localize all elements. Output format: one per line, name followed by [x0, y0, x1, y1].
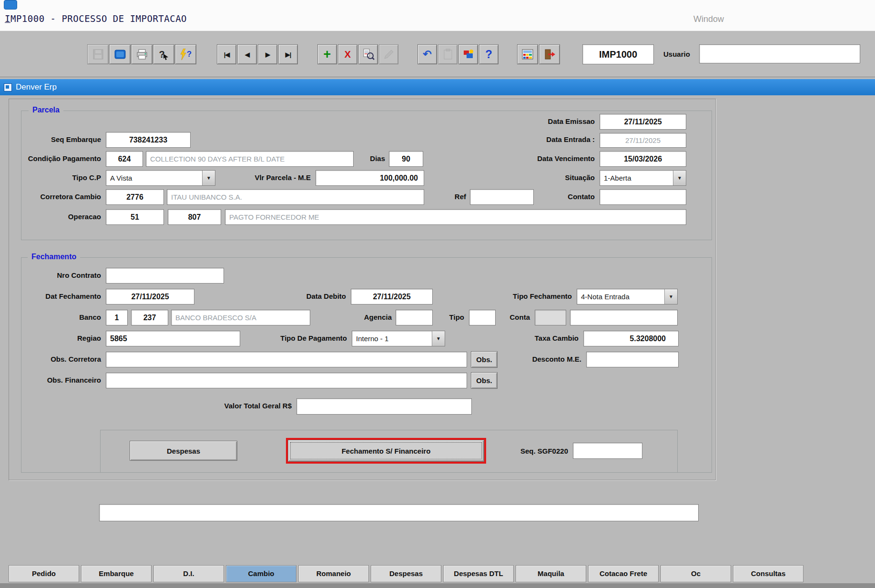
- query-button[interactable]: [358, 44, 378, 64]
- delete-record-button[interactable]: X: [338, 44, 357, 64]
- tipo-fechamento-select[interactable]: 4-Nota Entrada ▼: [577, 289, 678, 304]
- tab-romaneio[interactable]: Romaneio: [298, 565, 369, 582]
- corretora-cambio-label: Corretora Cambio: [12, 193, 101, 201]
- dias-field[interactable]: [389, 151, 423, 167]
- pencil-icon: [383, 48, 395, 61]
- obs-financeiro-button[interactable]: Obs.: [471, 372, 498, 389]
- condicao-pagamento-desc-field: [146, 151, 354, 167]
- obs-corretora-button[interactable]: Obs.: [471, 351, 498, 368]
- tipo-cp-select[interactable]: A Vista ▼: [106, 170, 215, 186]
- data-vencimento-field[interactable]: [600, 151, 686, 167]
- chevron-down-icon[interactable]: ▼: [664, 289, 677, 304]
- desconto-me-label: Desconto M.E.: [514, 355, 581, 363]
- tipo-label: Tipo: [438, 313, 464, 321]
- nro-contrato-field[interactable]: [106, 268, 224, 284]
- tab-consultas[interactable]: Consultas: [733, 565, 804, 582]
- help-button[interactable]: ?: [479, 44, 499, 64]
- save-button[interactable]: [87, 44, 109, 64]
- tab-pedido[interactable]: Pedido: [9, 565, 79, 582]
- help-pointer-button[interactable]: ?: [153, 44, 174, 64]
- banco-code1-field[interactable]: [106, 310, 128, 325]
- data-emissao-label: Data Emissao: [500, 117, 595, 125]
- nav-prev-button[interactable]: ◀: [237, 44, 257, 64]
- nav-first-button[interactable]: |◀: [217, 44, 236, 64]
- undo-button[interactable]: ↶: [417, 44, 437, 64]
- data-entrada-field: [600, 133, 686, 148]
- print-icon: [136, 48, 148, 61]
- calculator-button[interactable]: [517, 44, 538, 64]
- calculator-icon: [521, 48, 534, 61]
- valor-total-field[interactable]: [296, 398, 472, 415]
- tab-despesas-dtl[interactable]: Despesas DTL: [443, 565, 514, 582]
- add-icon: +: [324, 48, 331, 61]
- tipo-cp-label: Tipo C.P: [51, 173, 101, 182]
- titlebar: IMP1000 - PROCESSO DE IMPORTACAO Window: [0, 0, 875, 30]
- chevron-down-icon[interactable]: ▼: [673, 171, 686, 185]
- data-debito-field[interactable]: [351, 289, 433, 304]
- undo-icon: ↶: [423, 48, 431, 61]
- dat-fechamento-field[interactable]: [106, 289, 194, 304]
- data-emissao-field[interactable]: [600, 114, 686, 130]
- regiao-field[interactable]: [106, 331, 240, 346]
- nav-next-button[interactable]: ▶: [258, 44, 277, 64]
- tab-maquila[interactable]: Maquila: [516, 565, 586, 582]
- contato-label: Contato: [547, 193, 595, 201]
- despesas-button[interactable]: Despesas: [130, 441, 237, 461]
- operacao-code2-field[interactable]: [168, 209, 221, 225]
- vlr-parcela-field[interactable]: [315, 170, 424, 186]
- chevron-down-icon[interactable]: ▼: [202, 171, 215, 185]
- save-icon: [92, 48, 104, 61]
- ref-label: Ref: [442, 193, 466, 201]
- print-button[interactable]: [131, 44, 153, 64]
- wizard-question-icon: ?: [187, 50, 192, 59]
- toolbar: ? ? |◀ ◀ ▶ ▶| + X ↶: [0, 30, 875, 77]
- tab-embarque[interactable]: Embarque: [81, 565, 152, 582]
- desconto-me-field[interactable]: [586, 352, 679, 367]
- taxa-cambio-field[interactable]: [583, 331, 679, 346]
- conta1-field: [535, 310, 566, 325]
- paste-button[interactable]: [438, 44, 458, 64]
- banco-code2-field[interactable]: [131, 310, 168, 325]
- regiao-label: Regiao: [62, 334, 101, 342]
- window-title: IMP1000 - PROCESSO DE IMPORTACAO: [5, 13, 187, 24]
- ref-field[interactable]: [470, 189, 534, 205]
- tab-oc[interactable]: Oc: [661, 565, 731, 582]
- lov-button[interactable]: [458, 44, 478, 64]
- fechamento-group-label: Fechamento: [28, 253, 80, 261]
- chevron-down-icon[interactable]: ▼: [432, 331, 445, 346]
- exit-button[interactable]: [539, 44, 560, 64]
- tab-cambio[interactable]: Cambio: [226, 565, 296, 582]
- tipo-field[interactable]: [469, 310, 496, 325]
- app-banner: Denver Erp: [0, 79, 875, 95]
- agencia-field[interactable]: [396, 310, 433, 325]
- add-record-button[interactable]: +: [317, 44, 337, 64]
- nav-last-button[interactable]: ▶|: [278, 44, 298, 64]
- tipo-pagamento-select[interactable]: Interno - 1 ▼: [352, 331, 445, 346]
- data-debito-label: Data Debito: [289, 292, 346, 300]
- tab-cotacao-frete[interactable]: Cotacao Frete: [588, 565, 659, 582]
- corretora-code-field[interactable]: [106, 189, 164, 205]
- wizard-help-button[interactable]: ?: [175, 44, 196, 64]
- contato-field[interactable]: [600, 189, 686, 205]
- condicao-pagamento-code-field[interactable]: [106, 151, 143, 167]
- obs-corretora-field[interactable]: [106, 352, 467, 367]
- window-menu[interactable]: Window: [693, 14, 724, 24]
- screen-button[interactable]: [109, 44, 131, 64]
- window-icon[interactable]: [4, 0, 17, 10]
- usuario-input[interactable]: [699, 44, 860, 63]
- obs-financeiro-field[interactable]: [106, 373, 467, 388]
- conta2-field[interactable]: [570, 310, 678, 325]
- seq-sgf-field[interactable]: [573, 443, 642, 459]
- message-field[interactable]: [99, 504, 699, 521]
- edit-button[interactable]: [379, 44, 398, 64]
- usuario-label: Usuario: [663, 50, 690, 58]
- situacao-select[interactable]: 1-Aberta ▼: [600, 170, 686, 186]
- seq-sgf-label: Seq. SGF0220: [500, 447, 568, 455]
- tab-di[interactable]: D.I.: [153, 565, 224, 582]
- imp1000-window: IMP1000 - PROCESSO DE IMPORTACAO Window …: [0, 0, 875, 588]
- seq-embarque-field[interactable]: [106, 132, 191, 148]
- operacao-code1-field[interactable]: [106, 209, 164, 225]
- fechamento-sf-button[interactable]: Fechamento S/ Financeiro: [288, 440, 484, 462]
- tab-despesas[interactable]: Despesas: [371, 565, 441, 582]
- lightning-icon: [180, 49, 186, 60]
